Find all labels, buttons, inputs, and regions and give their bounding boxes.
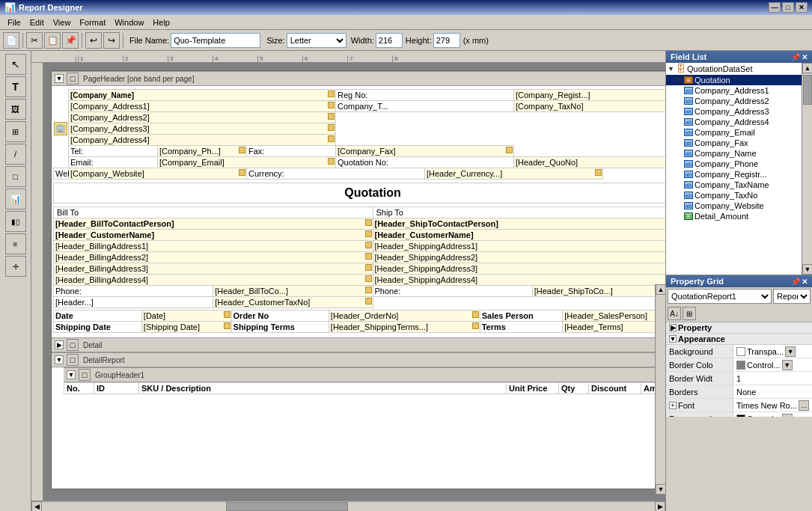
prop-sort-category-btn[interactable]: ⊞	[683, 307, 696, 320]
prop-type-select[interactable]: Report	[773, 289, 811, 304]
tree-item-company-website[interactable]: ab Company_Website	[666, 201, 802, 211]
image-tool[interactable]: 🖼	[5, 99, 26, 120]
prop-value-font[interactable]: Times New Ro... …	[733, 399, 812, 411]
prop-font-btn[interactable]: …	[799, 400, 809, 411]
bill-addr4-cell: [Header_BillingAddress4]	[54, 275, 373, 286]
property-grid-pin[interactable]: 📌	[791, 278, 800, 286]
page-header-toggle[interactable]: ▼ □ PageHeader [one band per page]	[52, 71, 665, 86]
hscroll-track[interactable]	[42, 501, 655, 512]
menu-help[interactable]: Help	[148, 16, 174, 28]
field-list-scroll-track[interactable]	[802, 73, 812, 264]
shape-tool[interactable]: □	[5, 166, 26, 187]
tree-item-company-phone[interactable]: ab Company_Phone	[666, 159, 802, 169]
tree-item-company-email[interactable]: ab Company_Email	[666, 127, 802, 138]
detail-band: ▶ □ Detail	[52, 337, 665, 352]
field-list-scroll-down[interactable]: ▼	[802, 264, 812, 275]
tree-item-company-address1[interactable]: ab Company_Address1	[666, 85, 802, 96]
line-tool[interactable]: /	[5, 144, 26, 165]
prop-value-border-width[interactable]: 1	[733, 372, 812, 385]
field-list-scroll-area: ▼ 🗄 QuotationDataSet ▼ ≡ Quotation ab Co…	[666, 63, 812, 275]
tree-item-company-taxno[interactable]: ab Company_TaxNo	[666, 190, 802, 201]
website-field: [Company_Website]	[70, 169, 144, 178]
table-tool[interactable]: ⊞	[5, 121, 26, 142]
maximize-button[interactable]: □	[782, 2, 794, 13]
hscroll-left-btn[interactable]: ◀	[31, 501, 42, 512]
bill-fax-label2-cell: [Header...]	[54, 297, 213, 308]
field-list-close[interactable]: ✕	[802, 53, 808, 61]
detail-report-toggle[interactable]: ▼ □ DetailReport	[52, 352, 665, 367]
prop-category-property[interactable]: ▶ Property	[666, 322, 812, 334]
select-tool[interactable]: ↖	[5, 54, 26, 75]
menu-view[interactable]: View	[49, 16, 76, 28]
menu-format[interactable]: Format	[75, 16, 110, 28]
tree-item-quotation[interactable]: ▼ ≡ Quotation	[666, 75, 802, 85]
group-header-collapse[interactable]: ▼	[67, 370, 76, 379]
prop-value-border-color[interactable]: Control... ▼	[733, 358, 812, 371]
property-grid-close[interactable]: ✕	[802, 278, 808, 286]
close-button[interactable]: ✕	[796, 2, 808, 13]
menu-file[interactable]: File	[3, 16, 25, 28]
copy-button[interactable]: 📋	[44, 32, 61, 49]
detail-report-band: ▼ □ DetailReport ▼ □ GroupHeader1	[52, 352, 665, 394]
separator3	[123, 33, 123, 48]
redo-button[interactable]: ↪	[103, 32, 120, 49]
prop-background-btn[interactable]: ▼	[785, 346, 796, 357]
menu-window[interactable]: Window	[110, 16, 148, 28]
new-button[interactable]: 📄	[3, 32, 19, 49]
minimize-button[interactable]: —	[769, 2, 781, 13]
filename-input[interactable]	[171, 33, 260, 48]
detail-collapse[interactable]: ▶	[55, 340, 64, 349]
prop-sort-az-btn[interactable]: A↓	[668, 307, 681, 320]
tree-item-company-name[interactable]: ab Company_Name	[666, 148, 802, 159]
size-select[interactable]: Letter	[287, 33, 347, 48]
tree-item-dataset[interactable]: ▼ 🗄 QuotationDataSet	[666, 63, 802, 75]
prop-font-expand[interactable]: +	[669, 402, 677, 409]
text-tool[interactable]: T	[5, 76, 26, 97]
chart-tool[interactable]: 📊	[5, 189, 26, 209]
width-input[interactable]	[376, 33, 403, 48]
bill-addr3-marker	[365, 264, 372, 271]
menu-edit[interactable]: Edit	[25, 16, 49, 28]
detail-report-collapse[interactable]: ▼	[55, 355, 64, 364]
cut-button[interactable]: ✂	[26, 32, 43, 49]
field-list-scroll-thumb[interactable]	[803, 75, 812, 105]
prop-category-appearance[interactable]: ▼ Appearance	[666, 334, 812, 345]
cross-tool[interactable]: ✛	[5, 256, 26, 277]
field-list-scroll-up[interactable]: ▲	[802, 63, 812, 73]
prop-appearance-expand[interactable]: ▼	[669, 335, 677, 343]
subreport-tool[interactable]: ≡	[5, 233, 26, 254]
prop-object-select[interactable]: QuotationReport1	[668, 289, 772, 304]
company-addr4-cell: [Company_Address4]	[69, 135, 336, 146]
tree-item-company-address4[interactable]: ab Company_Address4	[666, 117, 802, 127]
hscroll-thumb[interactable]	[226, 502, 349, 511]
height-input[interactable]	[433, 33, 460, 48]
prop-value-borders[interactable]: None	[733, 385, 812, 398]
property-grid-content[interactable]: ▶ Property ▼ Appearance Background Trans…	[666, 322, 812, 417]
company-row1: 🏢 [Company_Name] Reg No:	[54, 90, 666, 101]
barcode-tool[interactable]: ▮▯	[5, 211, 26, 232]
group-header-toggle[interactable]: ▼ □ GroupHeader1	[64, 367, 665, 382]
tree-item-detail-amount[interactable]: 1.2 Detail_Amount	[666, 211, 802, 221]
canvas-area[interactable]: ▼ □ PageHeader [one band per page] 🏢	[31, 63, 665, 501]
tree-item-company-taxname[interactable]: ab Company_TaxName	[666, 180, 802, 190]
field-list-scrollbar[interactable]: ▲ ▼	[802, 63, 812, 275]
prop-property-expand[interactable]: ▶	[669, 324, 677, 331]
currency-field-cell: [Header_Currency...]	[425, 168, 603, 180]
page-header-collapse[interactable]: ▼	[55, 74, 64, 83]
vertical-ruler	[31, 63, 43, 501]
detail-toggle[interactable]: ▶ □ Detail	[52, 337, 665, 352]
company-addr3-cell: [Company_Address3]	[69, 123, 336, 135]
prop-border-color-btn[interactable]: ▼	[782, 360, 793, 370]
field-list-pin[interactable]: 📌	[791, 53, 800, 61]
field-icon-8: ab	[684, 160, 693, 168]
tree-item-company-address2[interactable]: ab Company_Address2	[666, 96, 802, 106]
tree-item-company-address3[interactable]: ab Company_Address3	[666, 106, 802, 117]
prop-value-background[interactable]: Transpa... ▼	[733, 345, 812, 358]
hscroll-right-btn[interactable]: ▶	[655, 501, 665, 512]
tree-item-company-fax[interactable]: ab Company_Fax	[666, 138, 802, 148]
tree-item-company-regist[interactable]: ab Company_Registr...	[666, 169, 802, 180]
horizontal-scrollbar[interactable]: ◀ ▶	[31, 501, 665, 511]
paste-button[interactable]: 📌	[62, 32, 79, 49]
undo-button[interactable]: ↩	[85, 32, 102, 49]
field-list-content[interactable]: ▼ 🗄 QuotationDataSet ▼ ≡ Quotation ab Co…	[666, 63, 802, 275]
